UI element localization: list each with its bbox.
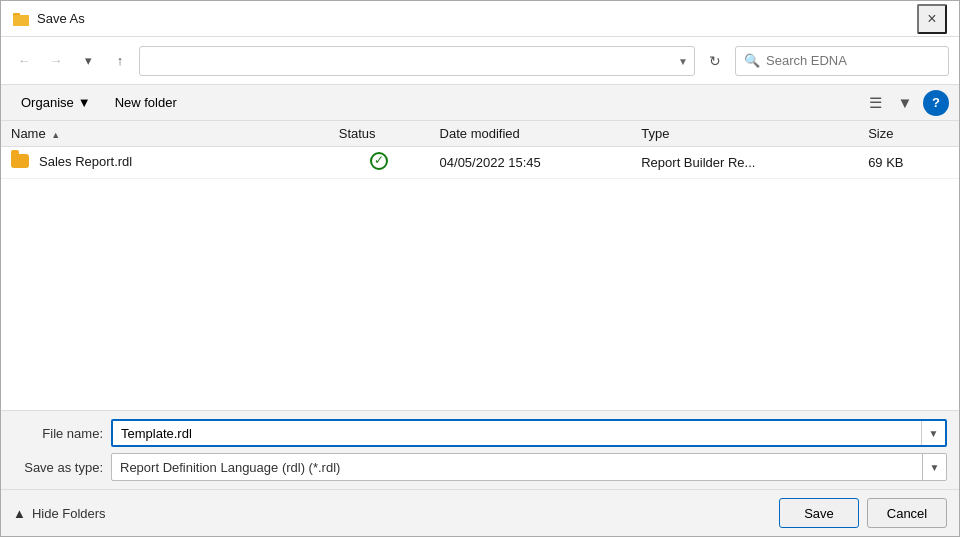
- filename-input-wrapper: ▼: [111, 419, 947, 447]
- view-buttons: ☰ ▼: [861, 90, 919, 116]
- help-button[interactable]: ?: [923, 90, 949, 116]
- savetype-wrapper: Report Definition Language (rdl) (*.rdl)…: [111, 453, 947, 481]
- view-dropdown-button[interactable]: ▼: [891, 90, 919, 116]
- svg-rect-2: [13, 15, 29, 26]
- organise-label: Organise: [21, 95, 74, 110]
- savetype-text: Report Definition Language (rdl) (*.rdl): [112, 460, 922, 475]
- new-folder-label: New folder: [115, 95, 177, 110]
- hide-folders-button[interactable]: ▲ Hide Folders: [13, 506, 106, 521]
- new-folder-button[interactable]: New folder: [105, 90, 187, 116]
- toolbar: Organise ▼ New folder ☰ ▼ ?: [1, 85, 959, 121]
- cell-size: 69 KB: [858, 147, 959, 179]
- col-header-status[interactable]: Status: [329, 121, 430, 147]
- savetype-label: Save as type:: [13, 460, 103, 475]
- cell-status: [329, 147, 430, 179]
- table-row[interactable]: Sales Report.rdl04/05/2022 15:45Report B…: [1, 147, 959, 179]
- address-dropdown-icon: ▼: [678, 55, 688, 66]
- file-table: Name ▲ Status Date modified Type Size: [1, 121, 959, 179]
- back-button[interactable]: ←: [11, 48, 37, 74]
- cell-name: Sales Report.rdl: [1, 147, 329, 179]
- footer: ▲ Hide Folders Save Cancel: [1, 489, 959, 536]
- title-bar-left: Save As: [13, 11, 85, 27]
- organise-dropdown-icon: ▼: [78, 95, 91, 110]
- title-bar: Save As ×: [1, 1, 959, 37]
- search-input[interactable]: [766, 53, 940, 68]
- bottom-section: File name: ▼ Save as type: Report Defini…: [1, 410, 959, 489]
- search-icon: 🔍: [744, 53, 760, 68]
- dialog-folder-icon: [13, 11, 29, 27]
- address-field[interactable]: ​​​​​​​​​​​​​​​​​​​​​​​​​​​​​​​​​​​​​​​​…: [139, 46, 695, 76]
- dropdown-button[interactable]: ▾: [75, 48, 101, 74]
- footer-buttons: Save Cancel: [779, 498, 947, 528]
- col-header-size[interactable]: Size: [858, 121, 959, 147]
- filename-input[interactable]: [113, 421, 921, 445]
- hide-folders-label: Hide Folders: [32, 506, 106, 521]
- cell-type: Report Builder Re...: [631, 147, 858, 179]
- close-button[interactable]: ×: [917, 4, 947, 34]
- savetype-dropdown-icon[interactable]: ▼: [922, 454, 946, 480]
- forward-button[interactable]: →: [43, 48, 69, 74]
- file-table-body: Sales Report.rdl04/05/2022 15:45Report B…: [1, 147, 959, 179]
- refresh-button[interactable]: ↻: [701, 47, 729, 75]
- filename-row: File name: ▼: [13, 419, 947, 447]
- organise-button[interactable]: Organise ▼: [11, 90, 101, 116]
- filename-label: File name:: [13, 426, 103, 441]
- up-button[interactable]: ↑: [107, 48, 133, 74]
- dialog-title: Save As: [37, 11, 85, 26]
- savetype-row: Save as type: Report Definition Language…: [13, 453, 947, 481]
- filename-dropdown-icon[interactable]: ▼: [921, 421, 945, 445]
- status-ok-icon: [370, 152, 388, 170]
- cell-date: 04/05/2022 15:45: [430, 147, 632, 179]
- file-icon: Sales Report.rdl: [11, 154, 132, 169]
- file-area: Name ▲ Status Date modified Type Size: [1, 121, 959, 410]
- address-text: ​​​​​​​​​​​​​​​​​​​​​​​​​​​​​​​​​​​​​​​​…: [150, 54, 666, 68]
- table-header-row: Name ▲ Status Date modified Type Size: [1, 121, 959, 147]
- cancel-button[interactable]: Cancel: [867, 498, 947, 528]
- search-box: 🔍: [735, 46, 949, 76]
- folder-icon: [11, 154, 29, 168]
- col-header-name[interactable]: Name ▲: [1, 121, 329, 147]
- address-bar: ← → ▾ ↑ ​​​​​​​​​​​​​​​​​​​​​​​​​​​​​​​​…: [1, 37, 959, 85]
- col-header-date[interactable]: Date modified: [430, 121, 632, 147]
- save-as-dialog: Save As × ← → ▾ ↑ ​​​​​​​​​​​​​​​​​​​​​​…: [0, 0, 960, 537]
- save-button[interactable]: Save: [779, 498, 859, 528]
- hide-folders-chevron-icon: ▲: [13, 506, 26, 521]
- view-list-button[interactable]: ☰: [861, 90, 889, 116]
- sort-arrow-name: ▲: [51, 130, 60, 140]
- col-header-type[interactable]: Type: [631, 121, 858, 147]
